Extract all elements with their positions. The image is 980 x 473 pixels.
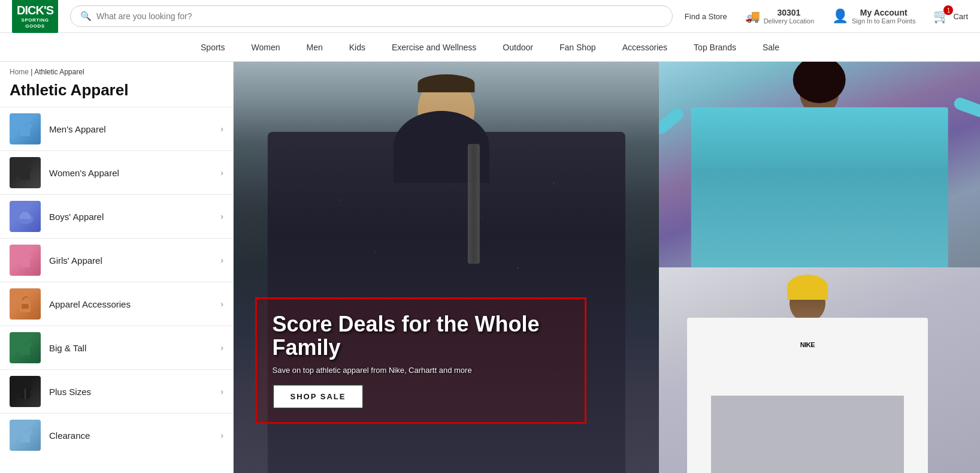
account-action[interactable]: 👤 My Account Sign In to Earn Points <box>832 8 915 25</box>
sidebar-item-accessories[interactable]: Apparel Accessories › <box>0 282 233 326</box>
man-hair <box>418 74 475 92</box>
mens-thumb <box>10 113 41 144</box>
delivery-label: Delivery Location <box>764 17 814 25</box>
chevron-right-icon: › <box>220 168 223 177</box>
cart-icon-wrapper: 🛒 1 <box>933 8 949 24</box>
mens-shirt-icon <box>14 118 36 140</box>
header-actions: Find a Store 🚚 30301 Delivery Location 👤… <box>685 8 968 25</box>
boys-hat-icon <box>14 206 36 227</box>
bigtall-shirt-icon <box>14 337 36 358</box>
nav-kids[interactable]: Kids <box>336 33 379 61</box>
person-icon: 👤 <box>832 8 848 24</box>
nav-exercise[interactable]: Exercise and Wellness <box>379 33 489 61</box>
chevron-right-icon: › <box>220 124 223 134</box>
kid-shirt: NIKE <box>687 318 928 473</box>
womens-thumb <box>10 157 41 188</box>
logo-sub2: GOODS <box>17 23 53 29</box>
nav-accessories[interactable]: Accessories <box>609 33 680 61</box>
clearance-label: Clearance <box>49 430 212 441</box>
sidebar-item-bigtall[interactable]: Big & Tall › <box>0 326 233 369</box>
chevron-right-icon: › <box>220 299 223 309</box>
hero-kid-panel: NIKE <box>659 267 980 473</box>
plus-jacket-icon <box>14 381 36 402</box>
kid-pants <box>711 396 903 473</box>
sidebar-item-clearance[interactable]: Clearance › <box>0 413 233 457</box>
boys-label: Boys' Apparel <box>49 212 212 222</box>
page-title: Athletic Apparel <box>0 79 233 107</box>
left-arm <box>659 106 685 136</box>
find-store-label: Find a Store <box>685 12 727 21</box>
girls-shirt-icon <box>14 249 36 271</box>
delivery-zip: 30301 <box>764 8 814 17</box>
woman-body-teal <box>691 107 948 267</box>
nav-women[interactable]: Women <box>238 33 294 61</box>
bigtall-label: Big & Tall <box>49 343 212 353</box>
hero-images: Score Deals for the Whole Family Save on… <box>234 62 980 473</box>
hero-man-panel: Score Deals for the Whole Family Save on… <box>234 62 659 473</box>
breadcrumb-current: Athletic Apparel <box>34 68 84 76</box>
svg-rect-2 <box>22 304 29 309</box>
shop-sale-button[interactable]: SHOP SALE <box>273 384 364 409</box>
sidebar-item-womens[interactable]: Women's Apparel › <box>0 150 233 194</box>
girls-thumb <box>10 245 41 276</box>
chevron-right-icon: › <box>220 343 223 353</box>
sidebar-item-plus[interactable]: Plus Sizes › <box>0 369 233 413</box>
promo-overlay: Score Deals for the Whole Family Save on… <box>255 297 587 424</box>
cart-label: Cart <box>953 12 968 21</box>
logo[interactable]: DICK'S SPORTING GOODS <box>12 0 58 33</box>
mens-label: Men's Apparel <box>49 124 212 134</box>
girls-label: Girls' Apparel <box>49 255 212 266</box>
womens-shirt-icon <box>14 162 36 183</box>
accessories-label: Apparel Accessories <box>49 299 212 309</box>
main-nav: Sports Women Men Kids Exercise and Welln… <box>0 33 980 62</box>
clearance-thumb <box>10 420 41 451</box>
cart-badge: 1 <box>943 5 953 15</box>
plus-thumb <box>10 376 41 407</box>
nav-fanshop[interactable]: Fan Shop <box>546 33 609 61</box>
logo-sub1: SPORTING <box>17 17 53 23</box>
nav-sports[interactable]: Sports <box>187 33 238 61</box>
nav-topbrands[interactable]: Top Brands <box>680 33 749 61</box>
breadcrumb-separator: | <box>31 68 32 76</box>
chevron-right-icon: › <box>220 255 223 265</box>
search-icon: 🔍 <box>80 11 92 22</box>
sidebar-item-girls[interactable]: Girls' Apparel › <box>0 238 233 282</box>
delivery-action[interactable]: 🚚 30301 Delivery Location <box>745 8 814 25</box>
search-input[interactable] <box>96 11 663 21</box>
content-area: Home | Athletic Apparel Athletic Apparel… <box>0 62 980 473</box>
promo-subtext: Save on top athletic apparel from Nike, … <box>273 366 570 375</box>
sidebar-item-boys[interactable]: Boys' Apparel › <box>0 194 233 238</box>
nav-outdoor[interactable]: Outdoor <box>489 33 546 61</box>
plus-label: Plus Sizes <box>49 387 212 397</box>
sidebar-item-mens[interactable]: Men's Apparel › <box>0 107 233 150</box>
search-bar[interactable]: 🔍 <box>70 5 673 27</box>
breadcrumb: Home | Athletic Apparel <box>0 62 233 79</box>
find-store-action[interactable]: Find a Store <box>685 12 727 21</box>
account-sub: Sign In to Earn Points <box>852 17 915 25</box>
account-label: My Account <box>852 8 915 17</box>
kid-figure: NIKE <box>687 284 928 473</box>
sidebar: Home | Athletic Apparel Athletic Apparel… <box>0 62 234 473</box>
header: DICK'S SPORTING GOODS 🔍 Find a Store 🚚 3… <box>0 0 980 33</box>
promo-headline: Score Deals for the Whole Family <box>273 312 570 360</box>
womens-label: Women's Apparel <box>49 168 212 178</box>
nike-logo-text: NIKE <box>800 341 815 348</box>
delivery-truck-icon: 🚚 <box>745 9 760 23</box>
nav-men[interactable]: Men <box>293 33 335 61</box>
kid-beanie <box>787 275 828 300</box>
backpack-icon <box>14 293 36 315</box>
accessories-thumb <box>10 288 41 320</box>
clearance-shirt-icon <box>14 424 36 446</box>
logo-text: DICK'S <box>17 3 53 17</box>
nav-sale[interactable]: Sale <box>749 33 793 61</box>
boys-thumb <box>10 201 41 232</box>
bigtall-thumb <box>10 332 41 363</box>
woman-active-figure <box>691 72 948 267</box>
breadcrumb-home[interactable]: Home <box>10 68 29 76</box>
chevron-right-icon: › <box>220 212 223 221</box>
chevron-right-icon: › <box>220 430 223 440</box>
hero-woman-active-panel <box>659 62 980 267</box>
chevron-right-icon: › <box>220 387 223 396</box>
cart-action[interactable]: 🛒 1 Cart <box>933 8 968 24</box>
backpack-strap <box>468 144 480 264</box>
